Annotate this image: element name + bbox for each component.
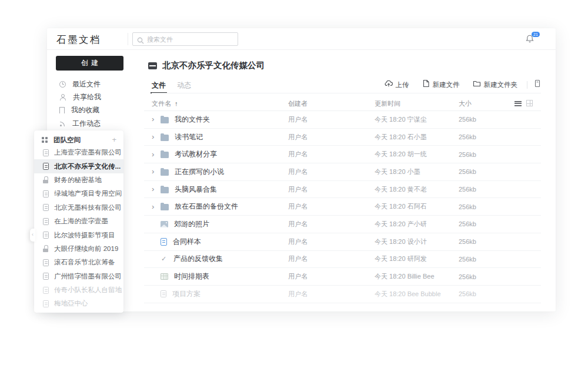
team-space-list: 上海壹字壹墨有限公司 北京不亦乐乎文化传... 财务的秘密基地 绿城地产项目专用… <box>34 146 123 311</box>
people-icon <box>59 94 66 100</box>
file-name: 时间排期表 <box>174 272 209 282</box>
file-name: 头脑风暴合集 <box>175 185 217 195</box>
team-space-label: 北京不亦乐乎文化传... <box>54 162 121 171</box>
chevron-right-icon[interactable]: › <box>152 203 161 210</box>
team-space-label: 广州惜字惜墨有限公司 <box>54 272 122 281</box>
team-space-label: 在上海的壹字壹墨 <box>54 217 108 226</box>
team-space-item[interactable]: 滚石音乐节北京筹备 <box>34 256 123 269</box>
grid-view-icon[interactable] <box>526 100 533 106</box>
folder-icon <box>161 169 169 176</box>
chevron-right-icon[interactable]: › <box>152 168 161 175</box>
collapse-handle[interactable]: ‹ <box>30 229 35 242</box>
team-space-label: 比尔波特摄影节项目 <box>54 231 115 240</box>
file-size: 256kb <box>459 273 476 280</box>
bookmark-icon <box>59 107 65 113</box>
team-space-item[interactable]: 北京不亦乐乎文化传... <box>34 159 123 173</box>
sidebar-nav-item[interactable]: 我的收藏 <box>56 104 138 117</box>
table-row[interactable]: › 正在撰写的小说 用户名 今天 18:20 小墨 256kb <box>144 163 541 181</box>
chevron-right-icon[interactable]: › <box>152 116 161 123</box>
team-space-label: 财务的秘密基地 <box>54 176 102 185</box>
file-name: 放在石墨的备份文件 <box>175 202 238 212</box>
team-space-item[interactable]: 大眼仔继续向前 2019 <box>34 242 123 256</box>
file-size: 256kb <box>459 220 476 227</box>
sidebar-nav-item[interactable]: 最近文件 <box>56 78 138 91</box>
new-folder-button[interactable]: 新建文件夹 <box>473 79 518 90</box>
team-space-label: 上海壹字壹墨有限公司 <box>54 148 122 157</box>
new-file-button[interactable]: 新建文件 <box>422 79 460 90</box>
team-space-item[interactable]: 传奇小队长私人自留地 <box>34 283 123 297</box>
search-input[interactable] <box>147 33 236 45</box>
add-team-space-button[interactable]: + <box>112 136 116 143</box>
table-row[interactable]: › 头脑风暴合集 用户名 今天 18:20 黄不老 256kb <box>144 181 541 199</box>
column-name-label: 文件名 <box>152 100 171 107</box>
file-size: 256kb <box>459 116 476 123</box>
team-space-item[interactable]: 广州惜字惜墨有限公司 <box>34 270 123 283</box>
folder-icon <box>161 135 169 141</box>
file-name: 我的文件夹 <box>175 115 210 125</box>
table-row[interactable]: › 读书笔记 用户名 今天 18:20 石小墨 256kb <box>144 129 541 146</box>
file-creator: 用户名 <box>288 150 308 159</box>
chevron-right-icon[interactable]: › <box>152 186 161 193</box>
tab-activity[interactable]: 动态 <box>177 81 191 93</box>
list-view-icon[interactable] <box>514 100 522 106</box>
file-icon <box>43 232 49 239</box>
file-updated: 今天 18:20 研阿发 <box>375 254 427 263</box>
file-size: 256kb <box>459 238 476 245</box>
divider <box>128 33 128 45</box>
team-space-item[interactable]: 梅地亞中心 <box>34 297 123 310</box>
team-space-item[interactable]: 比尔波特摄影节项目 <box>34 228 123 242</box>
notifications-button[interactable]: 21 <box>525 33 540 45</box>
page-title: 北京不亦乐乎文化传媒公司 <box>162 60 265 71</box>
top-bar: 石墨文档 21 <box>47 28 556 50</box>
file-creator: 用户名 <box>288 237 308 246</box>
table-row[interactable]: › 时间排期表 用户名 今天 18:20 Billie Bee 256kb <box>144 268 541 286</box>
table-row[interactable]: › 项目方案 用户名 今天 18:20 Bee Bubble 256kb <box>144 286 541 303</box>
file-list: › 我的文件夹 用户名 今天 18:20 宁谋尘 256kb › 读书笔记 用户… <box>144 111 541 303</box>
file-updated: 今天 18:20 宁谋尘 <box>375 115 427 124</box>
file-icon <box>43 273 49 280</box>
file-creator: 用户名 <box>288 220 308 229</box>
file-size: 256kb <box>459 290 476 297</box>
file-name: 正在撰写的小说 <box>175 167 224 177</box>
file-creator: 用户名 <box>288 167 308 176</box>
table-row[interactable]: › 我的文件夹 用户名 今天 18:20 宁谋尘 256kb <box>144 111 541 129</box>
search-icon <box>137 36 144 46</box>
detail-panel-button[interactable] <box>534 79 541 90</box>
column-header-updated: 更新时间 <box>375 99 400 108</box>
file-updated: 今天 18:20 Bee Bubble <box>375 290 441 299</box>
table-row[interactable]: › 放在石墨的备份文件 用户名 今天 18:20 石阿石 256kb <box>144 198 541 216</box>
team-space-label: 滚石音乐节北京筹备 <box>54 258 115 267</box>
folder-icon <box>161 117 169 123</box>
divider <box>527 81 527 89</box>
file-name: 读书笔记 <box>175 132 203 142</box>
table-row[interactable]: › 考试教材分享 用户名 今天 18:20 胡一统 256kb <box>144 146 541 163</box>
team-space-item[interactable]: 上海壹字壹墨有限公司 <box>34 146 123 159</box>
table-row[interactable]: › 产品的反馈收集 用户名 今天 18:20 研阿发 256kb <box>144 251 541 269</box>
page-title-row: 北京不亦乐乎文化传媒公司 <box>148 60 265 71</box>
file-name: 项目方案 <box>172 289 201 299</box>
main-content: 北京不亦乐乎文化传媒公司 文件 动态 上传 新建文件 新建文件夹 <box>144 50 541 311</box>
file-updated: 今天 18:20 石阿石 <box>375 202 427 211</box>
chevron-right-icon[interactable]: › <box>152 151 161 158</box>
team-space-item[interactable]: 北京无墨科技有限公司 <box>34 201 123 215</box>
team-space-item[interactable]: 绿城地产项目专用空间 <box>34 187 123 200</box>
upload-button[interactable]: 上传 <box>385 79 409 90</box>
table-row[interactable]: › 合同样本 用户名 今天 18:20 设小计 256kb <box>144 233 541 251</box>
tab-files[interactable]: 文件 <box>152 81 166 93</box>
column-header-name[interactable]: 文件名↑ <box>152 99 178 108</box>
file-name: 郊游的照片 <box>174 219 209 229</box>
sidebar-nav-item[interactable]: 共享给我 <box>56 91 138 103</box>
file-updated: 今天 18:20 产小研 <box>375 220 427 229</box>
team-space-item[interactable]: 财务的秘密基地 <box>34 173 123 187</box>
team-space-item[interactable]: 在上海的壹字壹墨 <box>34 215 123 228</box>
file-updated: 今天 18:20 黄不老 <box>375 185 427 194</box>
app-logo: 石墨文档 <box>56 33 101 46</box>
table-row[interactable]: › 郊游的照片 用户名 今天 18:20 产小研 256kb <box>144 216 541 233</box>
file-size: 256kb <box>459 186 476 193</box>
sidebar-nav-item[interactable]: 工作动态 <box>56 117 138 130</box>
create-button[interactable]: 创建 <box>56 56 123 71</box>
team-space-header: 团队空间 + <box>34 130 123 147</box>
chevron-right-icon[interactable]: › <box>152 133 161 140</box>
file-icon <box>43 259 49 266</box>
file-updated: 今天 18:20 石小墨 <box>375 133 427 142</box>
